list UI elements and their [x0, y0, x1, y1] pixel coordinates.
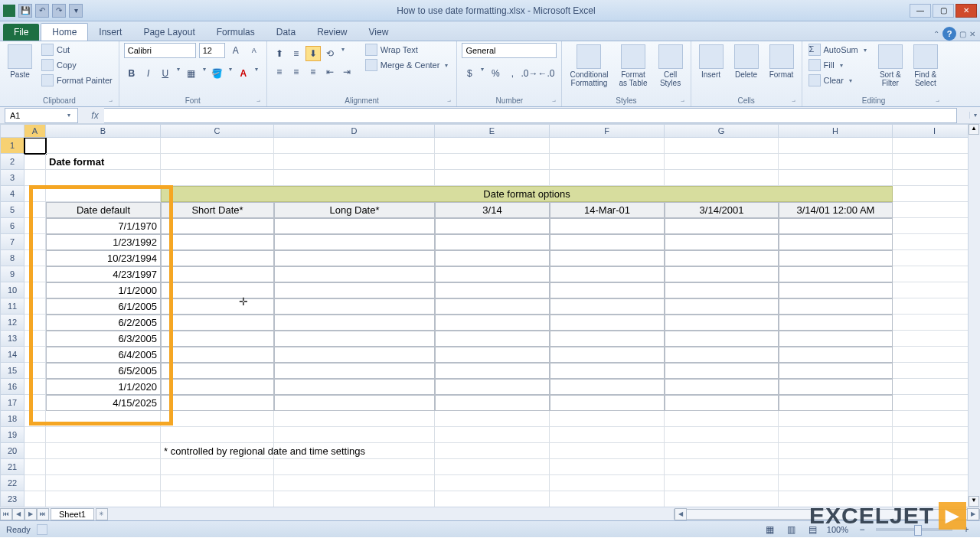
cell-B6[interactable]: 7/1/1970 [46, 218, 161, 234]
row-header-1[interactable]: 1 [0, 138, 24, 154]
font-size-select[interactable] [199, 43, 225, 58]
cell-D12[interactable] [274, 315, 435, 331]
cell-A14[interactable] [24, 347, 46, 363]
border-button[interactable]: ▦ [184, 66, 199, 81]
help-icon[interactable]: ? [942, 27, 956, 41]
cell-H2[interactable] [779, 154, 893, 170]
cell-C15[interactable] [161, 363, 274, 379]
cell-C1[interactable] [161, 138, 274, 154]
delete-cells-button[interactable]: Delete [731, 43, 762, 80]
cell-I9[interactable] [893, 266, 977, 282]
cell-I20[interactable] [893, 443, 977, 459]
cell-I8[interactable] [893, 250, 977, 266]
row-header-6[interactable]: 6 [0, 218, 24, 234]
cell-A23[interactable] [24, 491, 46, 507]
cell-F9[interactable] [550, 266, 665, 282]
cell-C21[interactable] [161, 459, 274, 475]
cell-E23[interactable] [435, 491, 550, 507]
cell-G16[interactable] [665, 379, 779, 395]
currency-button[interactable]: $ [462, 66, 477, 81]
row-header-9[interactable]: 9 [0, 266, 24, 282]
cell-F19[interactable] [550, 427, 665, 443]
cell-H9[interactable] [779, 266, 893, 282]
cell-A20[interactable] [24, 443, 46, 459]
cell-A3[interactable] [24, 170, 46, 186]
cell-C11[interactable] [161, 298, 274, 315]
column-header-F[interactable]: F [550, 124, 665, 138]
cell-I10[interactable] [893, 282, 977, 298]
cell-I18[interactable] [893, 411, 977, 427]
cell-A1[interactable] [24, 138, 46, 154]
cell-A8[interactable] [24, 250, 46, 266]
cell-E15[interactable] [435, 363, 550, 379]
cell-D8[interactable] [274, 250, 435, 266]
cell-I13[interactable] [893, 331, 977, 347]
cell-A13[interactable] [24, 331, 46, 347]
cell-A9[interactable] [24, 266, 46, 282]
cell-G15[interactable] [665, 363, 779, 379]
cell-B13[interactable]: 6/3/2005 [46, 331, 161, 347]
close-button[interactable]: ✕ [956, 4, 977, 18]
cell-C19[interactable] [161, 427, 274, 443]
column-header-I[interactable]: I [893, 124, 977, 138]
cell-C4[interactable]: Date format options [161, 186, 893, 202]
cell-D11[interactable] [274, 298, 435, 315]
scroll-right-icon[interactable]: ▶ [967, 508, 979, 520]
cell-I21[interactable] [893, 459, 977, 475]
cell-B16[interactable]: 1/1/2020 [46, 379, 161, 395]
cell-E18[interactable] [435, 411, 550, 427]
align-center-button[interactable]: ≡ [289, 64, 304, 80]
cell-E16[interactable] [435, 379, 550, 395]
cell-H16[interactable] [779, 379, 893, 395]
cell-D16[interactable] [274, 379, 435, 395]
cell-I16[interactable] [893, 379, 977, 395]
cell-H11[interactable] [779, 298, 893, 315]
window-restore-icon[interactable]: ▢ [959, 30, 966, 38]
cell-F2[interactable] [550, 154, 665, 170]
formula-input[interactable] [104, 108, 957, 123]
cell-G5[interactable]: 3/14/2001 [665, 202, 779, 218]
cell-E9[interactable] [435, 266, 550, 282]
cell-D15[interactable] [274, 363, 435, 379]
cell-B17[interactable]: 4/15/2025 [46, 395, 161, 411]
tab-view[interactable]: View [358, 24, 400, 41]
cell-D3[interactable] [274, 170, 435, 186]
column-header-C[interactable]: C [161, 124, 274, 138]
align-middle-button[interactable]: ≡ [289, 46, 304, 61]
cell-I7[interactable] [893, 234, 977, 250]
align-right-button[interactable]: ≡ [305, 64, 321, 80]
cell-B14[interactable]: 6/4/2005 [46, 347, 161, 363]
cell-F10[interactable] [550, 282, 665, 298]
cell-B18[interactable] [46, 411, 161, 427]
tab-review[interactable]: Review [306, 24, 358, 41]
cell-C6[interactable] [161, 218, 274, 234]
cell-G3[interactable] [665, 170, 779, 186]
cell-C12[interactable] [161, 315, 274, 331]
cell-B23[interactable] [46, 491, 161, 507]
maximize-button[interactable]: ▢ [933, 4, 954, 18]
row-header-17[interactable]: 17 [0, 395, 24, 411]
cell-E22[interactable] [435, 475, 550, 491]
cell-C18[interactable] [161, 411, 274, 427]
increase-font-icon[interactable]: A [228, 43, 243, 58]
cell-D22[interactable] [274, 475, 435, 491]
cell-E12[interactable] [435, 315, 550, 331]
cell-A4[interactable] [24, 186, 46, 202]
cell-C17[interactable] [161, 395, 274, 411]
cell-H10[interactable] [779, 282, 893, 298]
underline-button[interactable]: U [158, 66, 173, 81]
name-box[interactable]: A1▾ [5, 108, 78, 123]
cell-C7[interactable] [161, 234, 274, 250]
cell-C14[interactable] [161, 347, 274, 363]
cell-E7[interactable] [435, 234, 550, 250]
cell-E5[interactable]: 3/14 [435, 202, 550, 218]
cell-G13[interactable] [665, 331, 779, 347]
scroll-left-icon[interactable]: ◀ [675, 508, 687, 520]
cell-D9[interactable] [274, 266, 435, 282]
cell-D5[interactable]: Long Date* [274, 202, 435, 218]
cell-F22[interactable] [550, 475, 665, 491]
cell-A12[interactable] [24, 315, 46, 331]
view-page-layout-button[interactable]: ▥ [784, 522, 799, 537]
orientation-button[interactable]: ⟲ [322, 46, 338, 61]
cell-G6[interactable] [665, 218, 779, 234]
